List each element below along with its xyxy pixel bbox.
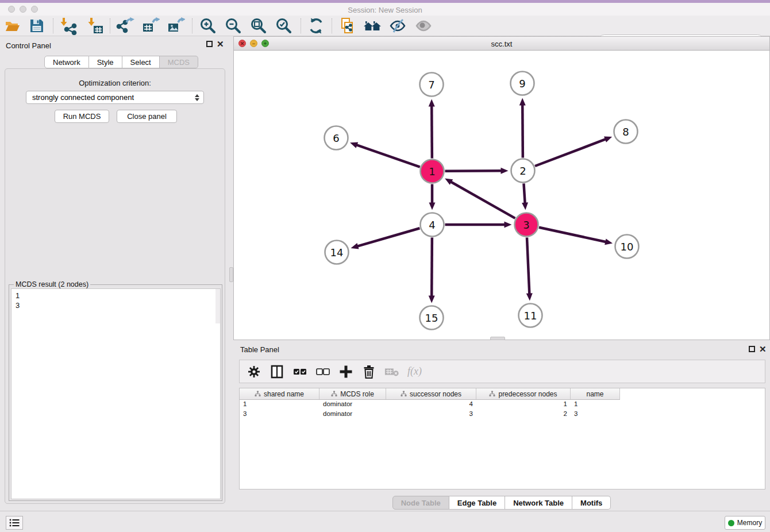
- column-header-predecessor-nodes[interactable]: predecessor nodes: [476, 388, 571, 399]
- columns-icon: [270, 365, 284, 379]
- table-toolbar: f(x): [239, 360, 765, 383]
- show-all-button[interactable]: [414, 17, 433, 34]
- cell-predecessor-nodes[interactable]: 1: [476, 400, 571, 410]
- edge-4-15[interactable]: [432, 237, 432, 296]
- export-table-icon: [141, 17, 160, 35]
- column-header-successor-nodes[interactable]: successor nodes: [386, 388, 476, 399]
- optimization-criterion-label: Optimization criterion:: [5, 79, 225, 87]
- plus-icon: [339, 365, 353, 379]
- select-all-rows-button[interactable]: [292, 364, 307, 380]
- run-mcds-button[interactable]: Run MCDS: [55, 110, 109, 123]
- titlebar: Session: New Session: [0, 3, 770, 16]
- close-panel-icon[interactable]: ✕: [217, 41, 224, 47]
- duplicate-network-button[interactable]: [337, 17, 357, 34]
- export-image-button[interactable]: [166, 17, 186, 34]
- edge-2-9[interactable]: [522, 104, 523, 157]
- tab-node-table[interactable]: Node Table: [392, 496, 449, 510]
- mcds-result-list[interactable]: 1 3: [11, 288, 221, 499]
- edge-4-14[interactable]: [357, 228, 419, 246]
- arrowhead-icon: [505, 222, 512, 228]
- criterion-select[interactable]: strongly connected component: [26, 91, 204, 104]
- zoom-out-icon: [224, 17, 242, 35]
- tab-edge-table[interactable]: Edge Table: [449, 496, 505, 510]
- task-history-button[interactable]: [6, 516, 23, 530]
- network-canvas[interactable]: 7968124314101511: [234, 51, 769, 340]
- cell-mcds-role[interactable]: dominator: [319, 400, 386, 410]
- arrowhead-icon: [500, 168, 508, 174]
- edge-1-6[interactable]: [356, 145, 419, 167]
- edge-3-10[interactable]: [539, 228, 606, 242]
- zoom-in-button[interactable]: [198, 17, 218, 34]
- import-network-button[interactable]: [58, 17, 78, 34]
- trash-icon: [363, 365, 375, 379]
- save-session-button[interactable]: [27, 17, 47, 34]
- float-panel-icon[interactable]: [206, 41, 213, 47]
- export-table-button[interactable]: [141, 17, 160, 34]
- refresh-button[interactable]: [306, 17, 326, 34]
- memory-label: Memory: [737, 519, 762, 527]
- import-table-button[interactable]: [86, 17, 105, 34]
- edge-3-1[interactable]: [451, 182, 515, 218]
- tab-style[interactable]: Style: [89, 56, 122, 68]
- cell-name[interactable]: 3: [571, 410, 620, 419]
- vertical-splitter-handle[interactable]: [229, 267, 233, 282]
- node-label: 14: [330, 246, 344, 259]
- export-network-button[interactable]: [116, 17, 135, 34]
- edge-2-8[interactable]: [535, 139, 606, 166]
- main-toolbar: [0, 16, 770, 36]
- tab-network-table[interactable]: Network Table: [505, 496, 572, 510]
- home-network-button[interactable]: [363, 17, 382, 34]
- control-panel-tabs: Network Style Select MCDS: [44, 56, 198, 68]
- cell-mcds-role[interactable]: dominator: [319, 410, 386, 419]
- arrowhead-icon: [429, 203, 436, 210]
- fit-content-button[interactable]: [249, 17, 268, 34]
- hide-selected-button[interactable]: [388, 17, 407, 34]
- tab-select[interactable]: Select: [122, 56, 160, 68]
- cell-predecessor-nodes[interactable]: 2: [476, 410, 571, 419]
- home-icon: [363, 17, 382, 35]
- edge-1-2[interactable]: [445, 171, 502, 171]
- cell-successor-nodes[interactable]: 4: [386, 400, 476, 410]
- tab-network[interactable]: Network: [44, 56, 89, 68]
- tab-mcds[interactable]: MCDS: [160, 56, 198, 68]
- horizontal-splitter-handle[interactable]: [490, 337, 505, 340]
- scrollbar-track[interactable]: [215, 289, 220, 323]
- zoom-in-icon: [199, 17, 217, 35]
- show-columns-button[interactable]: [270, 364, 284, 380]
- cell-name[interactable]: 1: [571, 400, 620, 410]
- cell-shared-name[interactable]: 1: [240, 400, 319, 410]
- edge-1-7[interactable]: [432, 105, 432, 158]
- open-session-button[interactable]: [3, 17, 22, 34]
- apply-function-button[interactable]: f(x): [407, 365, 422, 377]
- node-label: 2: [519, 165, 526, 177]
- mcds-result-line: 3: [16, 300, 220, 310]
- tab-motifs[interactable]: Motifs: [572, 496, 611, 510]
- close-panel-button[interactable]: Close panel: [117, 110, 177, 123]
- network-window-titlebar[interactable]: ✕ − + scc.txt: [234, 37, 769, 51]
- edge-3-11[interactable]: [527, 237, 529, 294]
- cell-successor-nodes[interactable]: 3: [386, 410, 476, 419]
- float-table-panel-icon[interactable]: [749, 346, 755, 352]
- table-panel: Table Panel ✕ f(x) shared name MCDS role…: [233, 342, 770, 511]
- delete-table-button[interactable]: [384, 364, 399, 380]
- list-icon: [9, 518, 20, 528]
- close-table-panel-icon[interactable]: ✕: [759, 346, 767, 352]
- column-header-shared-name[interactable]: shared name: [240, 388, 319, 399]
- deselect-all-rows-button[interactable]: [315, 364, 330, 380]
- zoom-selected-button[interactable]: [274, 17, 294, 34]
- mcds-result-title: MCDS result (2 nodes): [14, 280, 90, 288]
- mcds-panel: Optimization criterion: strongly connect…: [5, 68, 225, 504]
- memory-button[interactable]: Memory: [725, 516, 765, 530]
- export-network-icon: [116, 17, 134, 35]
- cell-shared-name[interactable]: 3: [240, 410, 319, 419]
- table-settings-button[interactable]: [247, 364, 261, 380]
- zoom-out-button[interactable]: [224, 17, 243, 34]
- node-label: 6: [333, 132, 339, 144]
- add-column-button[interactable]: [338, 364, 353, 380]
- edge-2-3[interactable]: [523, 183, 525, 203]
- column-header-mcds-role[interactable]: MCDS role: [319, 388, 386, 399]
- column-header-name[interactable]: name: [571, 388, 620, 399]
- table-row[interactable]: 3 dominator 3 2 3: [240, 410, 765, 419]
- table-row[interactable]: 1 dominator 4 1 1: [240, 400, 765, 410]
- delete-column-button[interactable]: [361, 364, 376, 380]
